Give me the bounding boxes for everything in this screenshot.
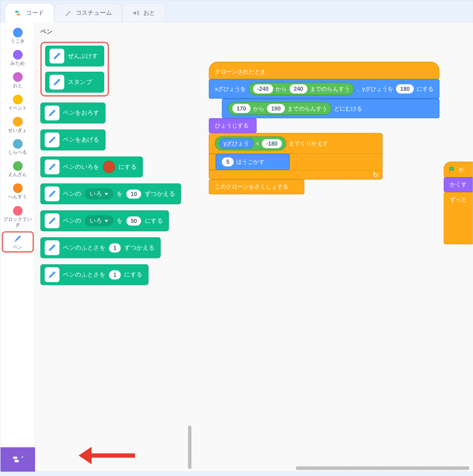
palette-scrollbar[interactable] [188, 426, 191, 469]
block-point-direction[interactable]: 170 から 190 までのらんすう どにむける [222, 99, 440, 118]
block-when-cloned[interactable]: クローンされたとき [209, 62, 440, 79]
attr-dropdown[interactable]: いろ [85, 188, 114, 199]
tab-bar: コード コスチューム おと [0, 0, 473, 22]
block-set-pen-size[interactable]: ペンのふとさを 1 にする [40, 264, 149, 285]
flag-icon [448, 166, 456, 174]
pen-icon [49, 49, 64, 63]
color-swatch[interactable] [103, 161, 115, 173]
pen-icon [13, 234, 23, 244]
block-change-pen-attr[interactable]: ペンの いろ を 10 ずつかえる [40, 184, 181, 204]
pen-icon [45, 186, 59, 201]
tab-sounds[interactable]: おと [122, 3, 165, 22]
brush-icon [64, 9, 72, 17]
block-goto-xy[interactable]: xざひょうを -240 から 240 までのらんすう 、yざひょうを 180 に… [209, 79, 440, 99]
svg-rect-3 [14, 460, 19, 463]
block-set-pen-color[interactable]: ペンのいろを にする [40, 157, 143, 178]
category-operators[interactable]: えんざん [3, 160, 33, 179]
block-palette: ペン ぜんぶけす スタンプ ペンをおろす [35, 23, 191, 472]
pen-icon [45, 159, 59, 174]
operator-random[interactable]: -240 から 240 までのらんすう [249, 83, 354, 95]
category-motion[interactable]: うごき [3, 26, 33, 46]
svg-rect-0 [15, 10, 18, 12]
tab-code[interactable]: コード [5, 3, 54, 22]
pen-icon [45, 214, 59, 228]
block-move-steps[interactable]: 5 ほうごかす [216, 154, 290, 170]
value-input[interactable]: 1 [109, 243, 121, 252]
category-control[interactable]: せいぎょ [3, 115, 33, 135]
block-hide[interactable]: かくす [444, 177, 473, 192]
block-delete-clone[interactable]: このクローンをさくじょする [209, 179, 304, 194]
category-variables[interactable]: へんすう [3, 182, 33, 202]
highlight-box: ぜんぶけす スタンプ [40, 42, 109, 96]
block-when-flag[interactable]: が [444, 162, 473, 177]
value-input[interactable]: 10 [126, 189, 141, 198]
script-workspace[interactable]: クローンされたとき xざひょうを -240 から 240 までのらんすう 、yざ… [191, 23, 473, 472]
pen-icon [49, 75, 64, 90]
add-extension-icon: + [12, 454, 23, 465]
block-pen-down[interactable]: ペンをおろす [40, 103, 105, 124]
category-myblocks[interactable]: ブロックていぎ [3, 204, 33, 230]
palette-heading: ペン [40, 28, 187, 36]
category-sensing[interactable]: しらべる [3, 137, 33, 157]
add-extension-button[interactable]: + [0, 447, 35, 472]
block-pen-up[interactable]: ペンをあげる [40, 130, 105, 151]
sound-icon [132, 9, 140, 17]
arrow-annotation [74, 445, 139, 468]
script-stack-1[interactable]: クローンされたとき xざひょうを -240 から 240 までのらんすう 、yざ… [209, 62, 440, 194]
block-repeat-until[interactable]: yざひょう < -180 までくりかえす 5 ほうごかす ↻ [209, 133, 383, 180]
tab-code-label: コード [26, 9, 44, 17]
loop-arrow-icon: ↻ [373, 171, 378, 179]
tab-costumes[interactable]: コスチューム [54, 3, 122, 22]
svg-rect-2 [13, 457, 18, 459]
value-input[interactable]: 1 [109, 270, 121, 279]
category-events[interactable]: イベント [3, 93, 33, 112]
pen-icon [45, 132, 59, 147]
block-stamp[interactable]: スタンプ [45, 72, 104, 93]
attr-dropdown[interactable]: いろ [85, 215, 114, 226]
tab-sounds-label: おと [143, 9, 155, 17]
category-sound[interactable]: おと [3, 70, 33, 90]
script-stack-2[interactable]: が かくす ずっと [444, 162, 473, 244]
block-show[interactable]: ひょうじする [209, 118, 257, 133]
operator-lt[interactable]: yざひょう < -180 [215, 137, 286, 150]
category-pen[interactable]: ペン [3, 232, 33, 252]
operator-random[interactable]: 170 から 190 までのらんすう [228, 102, 332, 115]
code-icon [15, 9, 23, 17]
category-sidebar: うごき みため おと イベント せいぎょ しらべる えんざん へんすう ブロック… [0, 23, 35, 472]
pen-icon [45, 241, 59, 255]
svg-rect-1 [17, 13, 20, 15]
svg-text:+: + [21, 454, 23, 459]
pen-icon [45, 106, 59, 120]
block-erase-all[interactable]: ぜんぶけす [45, 46, 104, 67]
tab-costumes-label: コスチューム [76, 9, 112, 17]
workspace-scrollbar-h[interactable] [296, 466, 469, 470]
block-forever[interactable]: ずっと [444, 192, 473, 244]
value-input[interactable]: 50 [126, 216, 141, 225]
category-looks[interactable]: みため [3, 48, 33, 68]
pen-icon [45, 267, 59, 282]
block-change-pen-size[interactable]: ペンのふとさを 1 ずつかえる [40, 237, 161, 258]
reporter-y-position[interactable]: yざひょう [219, 138, 253, 148]
block-set-pen-attr[interactable]: ペンの いろ を 50 にする [40, 210, 169, 231]
